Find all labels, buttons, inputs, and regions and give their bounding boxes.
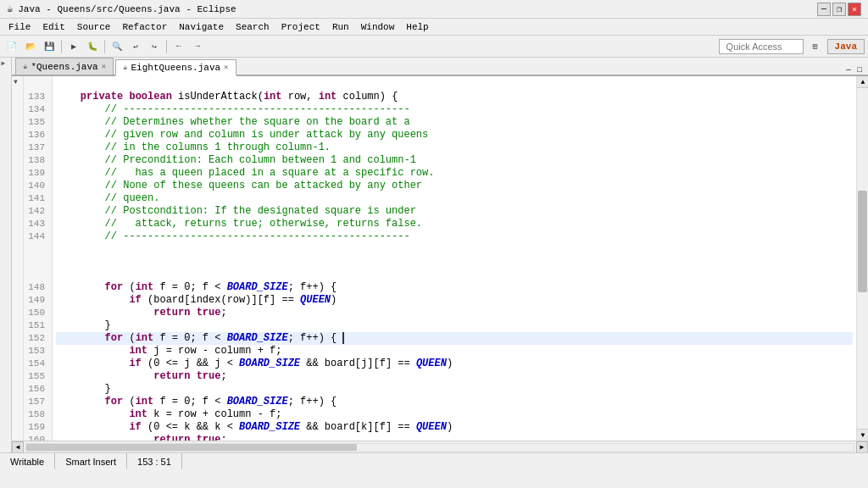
status-insert-mode: Smart Insert xyxy=(55,453,127,469)
tab-eightqueens-close[interactable]: ✕ xyxy=(224,63,228,72)
toolbar-sep2 xyxy=(104,40,105,53)
titlebar-left: ☕ Java - Queens/src/Queens.java - Eclips… xyxy=(7,3,236,15)
titlebar-title: Java - Queens/src/Queens.java - Eclipse xyxy=(18,4,236,14)
right-annotation-strip[interactable]: ▲ ▼ xyxy=(856,76,868,441)
toolbar-search[interactable]: 🔍 xyxy=(108,38,125,55)
quick-access-input[interactable] xyxy=(719,39,804,54)
toolbar-save[interactable]: 💾 xyxy=(41,38,58,55)
line-numbers: 133134135136137138139140141142143144 148… xyxy=(24,76,53,441)
collapse-arrow[interactable]: ▼ xyxy=(14,78,18,86)
toolbar-debug[interactable]: 🐛 xyxy=(84,38,101,55)
toolbar-back[interactable]: ← xyxy=(170,38,187,55)
status-writable: Writable xyxy=(0,453,55,469)
tab-eightqueens[interactable]: ☕ EightQueens.java ✕ xyxy=(115,59,236,76)
titlebar-controls: — ❐ ✕ xyxy=(817,3,861,16)
tab-bar-controls: — □ xyxy=(843,66,865,75)
tab-queens-label: *Queens.java xyxy=(31,62,97,72)
menu-file[interactable]: File xyxy=(3,20,36,34)
scroll-left-arrow[interactable]: ◀ xyxy=(12,441,24,453)
menubar: File Edit Source Refactor Navigate Searc… xyxy=(0,19,868,36)
tab-eightqueens-label: EightQueens.java xyxy=(131,63,220,73)
menu-edit[interactable]: Edit xyxy=(37,20,70,34)
quick-access-area: ⊞ Java xyxy=(719,38,865,55)
minimize-button[interactable]: — xyxy=(817,3,831,16)
toolbar-forward[interactable]: → xyxy=(189,38,206,55)
menu-help[interactable]: Help xyxy=(401,20,433,34)
toolbar: 📄 📂 💾 ▶ 🐛 🔍 ↩ ↪ ← → ⊞ Java xyxy=(0,36,868,58)
toolbar-sep3 xyxy=(166,40,167,53)
tab-queens-icon: ☕ xyxy=(23,62,27,71)
menu-window[interactable]: Window xyxy=(356,20,400,34)
menu-project[interactable]: Project xyxy=(276,20,326,34)
toolbar-perspectives[interactable]: ⊞ xyxy=(807,38,824,55)
main-area: ▶ ☕ *Queens.java ✕ ☕ EightQueens.java ✕ … xyxy=(0,58,868,452)
left-gutter: ▶ xyxy=(0,58,12,452)
toolbar-open[interactable]: 📂 xyxy=(22,38,39,55)
maximize-button[interactable]: ❐ xyxy=(832,3,846,16)
toolbar-undo[interactable]: ↩ xyxy=(127,38,144,55)
scrollbar-thumb[interactable] xyxy=(857,88,868,429)
statusbar: Writable Smart Insert 153 : 51 xyxy=(0,452,868,469)
titlebar: ☕ Java - Queens/src/Queens.java - Eclips… xyxy=(0,0,868,19)
editor-wrapper: ▼ 133134135136137138139140141142143144 1… xyxy=(12,76,868,441)
tab-bar: ☕ *Queens.java ✕ ☕ EightQueens.java ✕ — … xyxy=(12,58,868,76)
tab-minimize-btn[interactable]: — xyxy=(843,66,853,75)
tab-eightqueens-icon: ☕ xyxy=(123,63,127,72)
scroll-track-bottom[interactable] xyxy=(25,443,854,452)
menu-search[interactable]: Search xyxy=(231,20,275,34)
menu-refactor[interactable]: Refactor xyxy=(117,20,172,34)
toolbar-new[interactable]: 📄 xyxy=(3,38,20,55)
scroll-down-arrow[interactable]: ▼ xyxy=(857,429,868,441)
code-editor[interactable]: private boolean isUnderAttack(int row, i… xyxy=(53,76,856,441)
left-gutter-icon[interactable]: ▶ xyxy=(2,59,10,68)
menu-run[interactable]: Run xyxy=(327,20,354,34)
app-icon: ☕ xyxy=(7,3,13,15)
scroll-right-arrow[interactable]: ▶ xyxy=(856,441,868,453)
tab-queens[interactable]: ☕ *Queens.java ✕ xyxy=(15,58,114,75)
tab-maximize-btn[interactable]: □ xyxy=(855,66,865,75)
menu-navigate[interactable]: Navigate xyxy=(174,20,229,34)
toolbar-sep1 xyxy=(61,40,62,53)
close-button[interactable]: ✕ xyxy=(848,3,861,16)
bottom-scrollbar[interactable]: ◀ ▶ xyxy=(12,441,868,452)
editor-container: ☕ *Queens.java ✕ ☕ EightQueens.java ✕ — … xyxy=(12,58,868,452)
menu-source[interactable]: Source xyxy=(72,20,116,34)
scroll-up-arrow[interactable]: ▲ xyxy=(857,76,868,88)
toolbar-redo[interactable]: ↪ xyxy=(146,38,163,55)
status-position: 153 : 51 xyxy=(127,453,182,469)
tab-queens-close[interactable]: ✕ xyxy=(102,62,106,71)
left-annotation-strip: ▼ xyxy=(12,76,24,441)
toolbar-run[interactable]: ▶ xyxy=(65,38,82,55)
java-perspective-btn[interactable]: Java xyxy=(827,39,865,54)
